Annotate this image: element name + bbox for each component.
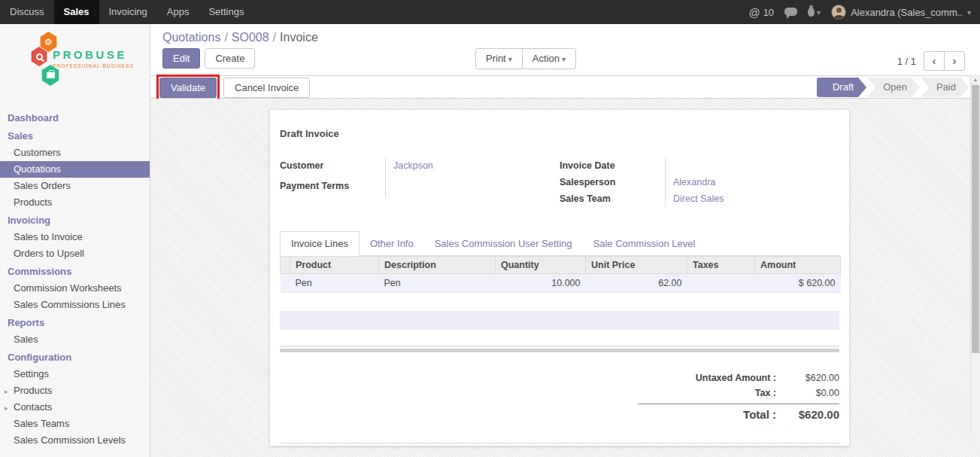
topbar-right: @ 10 ▾ Alexandra (Sales_comm.. ▾	[748, 0, 980, 24]
pager-next-button[interactable]: ›	[944, 51, 965, 71]
col-quantity: Quantity	[496, 257, 586, 274]
topbar-menu-sales[interactable]: Sales	[54, 0, 99, 24]
breadcrumb-current: Invoice	[280, 31, 318, 44]
hscroll-thumb[interactable]	[280, 349, 839, 352]
sidebar-item-customers[interactable]: Customers	[0, 145, 150, 161]
scrollbar-thumb[interactable]	[972, 85, 979, 353]
invoice-lines-table: Product Description Quantity Unit Price …	[280, 256, 841, 293]
table-row[interactable]: Pen Pen 10.000 62.00 $ 620.00	[281, 274, 841, 293]
topbar-nav: Discuss Sales Invoicing Apps Settings	[0, 0, 253, 24]
col-product: Product	[290, 257, 379, 274]
vertical-scrollbar: ▲	[970, 75, 980, 433]
payment-terms-value	[385, 178, 560, 198]
print-dropdown-button[interactable]: Print▾	[475, 48, 523, 69]
state-draft[interactable]: Draft	[817, 78, 866, 97]
sidebar-item-sales-commission-levels[interactable]: Sales Commission Levels	[0, 432, 150, 449]
col-amount: Amount	[755, 257, 841, 274]
state-open[interactable]: Open	[867, 78, 920, 97]
tab-sale-commission-level[interactable]: Sale Commission Level	[583, 232, 706, 255]
debug-menu[interactable]: ▾	[808, 8, 821, 17]
topbar-menu-apps[interactable]: Apps	[157, 0, 199, 24]
sidebar-item-orders-to-upsell[interactable]: Orders to Upsell	[0, 245, 150, 262]
empty-line-strip	[280, 311, 839, 330]
topbar-menu-invoicing[interactable]: Invoicing	[99, 0, 157, 24]
cancel-invoice-button[interactable]: Cancel Invoice	[223, 78, 310, 98]
mentions-button[interactable]: @ 10	[748, 6, 774, 19]
create-button[interactable]: Create	[205, 48, 255, 69]
tab-sales-commission-user-setting[interactable]: Sales Commission User Setting	[424, 232, 583, 255]
chevron-down-icon: ▾	[967, 8, 971, 17]
salesperson-link[interactable]: Alexandra	[673, 177, 715, 187]
sidebar-item-settings[interactable]: Settings	[0, 366, 150, 382]
cell-quantity: 10.000	[496, 274, 586, 293]
cell-product: Pen	[290, 274, 379, 293]
main-area: Draft Invoice Customer Jackpson Payment …	[150, 99, 980, 457]
sales-team-link[interactable]: Direct Sales	[673, 193, 724, 204]
content: Quotations/SO008/Invoice Edit Create Pri…	[150, 24, 980, 457]
col-description: Description	[379, 257, 496, 274]
breadcrumb-quotations[interactable]: Quotations	[162, 31, 220, 44]
sidebar-item-sales-orders[interactable]: Sales Orders	[0, 178, 150, 194]
untaxed-amount-value: $620.00	[776, 373, 839, 383]
user-menu[interactable]: Alexandra (Sales_comm.. ▾	[831, 5, 971, 20]
col-taxes: Taxes	[687, 257, 755, 274]
sidebar: ⚙ PROBUSE PROFESSIONAL BUSINESS Dashboar…	[0, 24, 150, 457]
cp-center-buttons: Print▾ Action▾	[475, 48, 576, 69]
tab-other-info[interactable]: Other Info	[360, 232, 424, 255]
state-paid[interactable]: Paid	[921, 78, 969, 97]
avatar	[831, 5, 846, 20]
brand-tagline: PROFESSIONAL BUSINESS	[53, 63, 134, 69]
tab-invoice-lines[interactable]: Invoice Lines	[280, 231, 360, 256]
validate-button[interactable]: Validate	[159, 78, 217, 98]
payment-terms-label: Payment Terms	[280, 178, 385, 198]
sidebar-header-commissions[interactable]: Commissions	[0, 262, 150, 280]
edit-button[interactable]: Edit	[162, 48, 200, 69]
status-row: Validate Cancel Invoice Draft Open Paid	[150, 75, 980, 99]
untaxed-amount-label: Untaxed Amount :	[696, 373, 776, 383]
statusbar: Draft Open Paid	[816, 78, 969, 97]
col-unit-price: Unit Price	[586, 257, 687, 274]
sales-team-label: Sales Team	[560, 190, 665, 207]
sidebar-item-config-contacts[interactable]: ▸ Contacts	[0, 399, 150, 416]
total-value: $620.00	[776, 408, 839, 421]
handle-column-header	[281, 257, 290, 274]
brand-text: PROBUSE PROFESSIONAL BUSINESS	[53, 48, 134, 69]
form-grid: Customer Jackpson Payment Terms Invoice …	[280, 157, 839, 207]
row-handle	[281, 274, 290, 293]
breadcrumb-so008[interactable]: SO008	[232, 31, 269, 44]
chevron-down-icon: ▾	[817, 8, 821, 17]
card-bottom-divider	[280, 443, 839, 443]
sidebar-header-reports[interactable]: Reports	[0, 313, 150, 331]
sidebar-item-sales-to-invoice[interactable]: Sales to Invoice	[0, 229, 150, 245]
sidebar-header-configuration[interactable]: Configuration	[0, 348, 150, 366]
pager-previous-button[interactable]: ‹	[924, 51, 945, 71]
pager: 1 / 1 ‹ ›	[897, 51, 965, 71]
sidebar-item-products[interactable]: Products	[0, 194, 150, 211]
hscroll-track	[280, 346, 839, 347]
invoice-form-card: Draft Invoice Customer Jackpson Payment …	[269, 109, 850, 446]
brand-name: PROBUSE	[53, 48, 134, 61]
sidebar-item-sales-commissions-lines[interactable]: Sales Commissions Lines	[0, 297, 150, 313]
user-name: Alexandra (Sales_comm..	[851, 7, 963, 18]
tax-label: Tax :	[755, 388, 776, 398]
breadcrumb-separator: /	[220, 31, 231, 44]
mention-count: 10	[763, 7, 774, 18]
bug-icon	[808, 8, 815, 17]
sidebar-header-invoicing[interactable]: Invoicing	[0, 211, 150, 229]
sidebar-header-dashboard[interactable]: Dashboard	[0, 108, 150, 126]
customer-link[interactable]: Jackpson	[393, 160, 433, 171]
scrollbar-up-arrow[interactable]: ▲	[971, 75, 980, 84]
topbar-menu-discuss[interactable]: Discuss	[0, 0, 54, 24]
topbar-menu-settings[interactable]: Settings	[199, 0, 253, 24]
sidebar-item-label: Contacts	[14, 401, 52, 413]
sidebar-item-config-products[interactable]: ▸ Products	[0, 382, 150, 399]
sidebar-item-commission-worksheets[interactable]: Commission Worksheets	[0, 280, 150, 297]
sidebar-menu: Dashboard Sales Customers Quotations Sal…	[0, 108, 150, 449]
messages-icon[interactable]	[784, 8, 797, 16]
sidebar-item-report-sales[interactable]: Sales	[0, 331, 150, 348]
sidebar-item-sales-teams[interactable]: Sales Teams	[0, 416, 150, 432]
sidebar-item-quotations[interactable]: Quotations	[0, 161, 150, 178]
sidebar-header-sales[interactable]: Sales	[0, 126, 150, 145]
action-dropdown-button[interactable]: Action▾	[522, 48, 576, 69]
pager-count: 1 / 1	[897, 56, 916, 67]
